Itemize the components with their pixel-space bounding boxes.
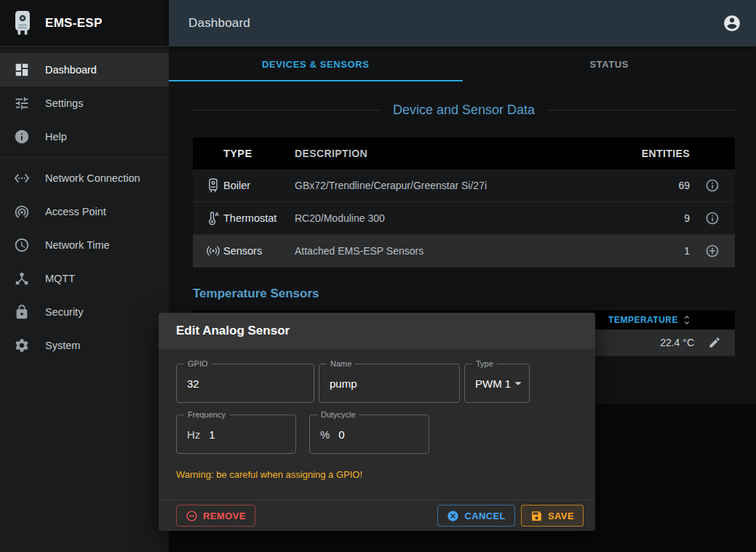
add-circle-icon[interactable] (705, 244, 720, 258)
sidebar-item-security[interactable]: Security (0, 295, 169, 329)
sidebar-nav: Dashboard Settings Help Network Connecti… (0, 47, 169, 362)
table-row-boiler[interactable]: Boiler GBx72/Trendline/Cerapur/Greenstar… (193, 169, 735, 202)
remove-circle-icon (186, 510, 198, 522)
header-entities: ENTITIES (632, 148, 690, 159)
type-select[interactable]: Type PWM 1 (464, 364, 530, 403)
sidebar: EMS-ESP Dashboard Settings Help Network … (0, 0, 169, 552)
tab-bar: DEVICES & SENSORS STATUS (169, 47, 756, 81)
header-temperature[interactable]: TEMPERATURE (608, 315, 678, 325)
boiler-logo-icon (10, 9, 35, 37)
ethernet-icon (14, 170, 30, 186)
type-select-label: Type (472, 359, 497, 368)
svg-text:A: A (215, 211, 219, 217)
tune-icon (14, 95, 30, 111)
info-circle-icon[interactable] (705, 211, 720, 225)
sort-icon[interactable] (681, 314, 693, 326)
app-bar: Dashboard (169, 0, 756, 47)
account-circle-icon[interactable] (723, 14, 741, 33)
table-row-sensors[interactable]: Sensors Attached EMS-ESP Sensors 1 (193, 235, 735, 268)
dutycycle-field[interactable]: Dutycycle % 0 (309, 415, 429, 454)
sidebar-item-access-point[interactable]: Access Point (0, 195, 169, 228)
frequency-field-value: 1 (209, 428, 215, 441)
chevron-down-icon (510, 375, 526, 391)
access-point-icon (14, 204, 30, 220)
tab-status[interactable]: STATUS (463, 47, 756, 81)
section-heading: Device and Sensor Data (193, 103, 735, 118)
frequency-field-label: Frequency (184, 410, 229, 419)
gpio-field-value: 32 (187, 377, 199, 390)
sidebar-item-dashboard[interactable]: Dashboard (0, 53, 169, 87)
dutycycle-unit-prefix: % (320, 428, 330, 441)
cancel-button[interactable]: CANCEL (437, 505, 515, 527)
temperature-sensors-heading: Temperature Sensors (193, 287, 735, 301)
temperature-value: 22.4 °C (660, 337, 694, 348)
dialog-actions: REMOVE CANCEL SAVE (159, 500, 595, 531)
save-floppy-icon (530, 510, 543, 522)
device-hub-icon (14, 271, 30, 287)
sidebar-item-help[interactable]: Help (0, 120, 169, 153)
name-field-label: Name (327, 359, 355, 368)
gear-icon (14, 337, 30, 353)
info-icon (14, 129, 30, 145)
type-select-value: PWM 1 (475, 377, 511, 390)
sidebar-item-mqtt[interactable]: MQTT (0, 262, 169, 295)
name-field-value: pump (330, 377, 357, 390)
sidebar-divider (0, 157, 169, 158)
dutycycle-field-value: 0 (338, 428, 344, 441)
thermostat-icon: A (205, 210, 223, 226)
sidebar-item-network-time[interactable]: Network Time (0, 228, 169, 262)
edit-pencil-icon[interactable] (708, 336, 721, 349)
tab-devices-sensors[interactable]: DEVICES & SENSORS (169, 47, 463, 81)
lock-icon (14, 304, 30, 320)
divider-line (548, 110, 735, 111)
sidebar-header: EMS-ESP (0, 0, 169, 47)
gpio-field-label: GPIO (184, 359, 212, 368)
frequency-field[interactable]: Frequency Hz 1 (176, 415, 296, 454)
name-field[interactable]: Name pump (319, 364, 460, 403)
dialog-body: GPIO 32 Name pump Type PWM 1 Frequency H… (159, 349, 595, 480)
save-button[interactable]: SAVE (521, 505, 584, 527)
tab-indicator (169, 80, 463, 81)
remove-button[interactable]: REMOVE (176, 505, 255, 527)
sidebar-item-system[interactable]: System (0, 329, 169, 362)
devices-table-header: TYPE DESCRIPTION ENTITIES (193, 137, 735, 169)
clock-icon (14, 237, 30, 253)
header-description: DESCRIPTION (295, 148, 632, 159)
sidebar-item-settings[interactable]: Settings (0, 87, 169, 120)
gpio-field[interactable]: GPIO 32 (176, 364, 314, 403)
dashboard-icon (14, 62, 30, 78)
divider-line (193, 110, 380, 111)
header-type: TYPE (223, 148, 295, 159)
section-heading-text: Device and Sensor Data (393, 103, 535, 118)
cancel-circle-icon (447, 510, 459, 522)
sidebar-item-network-connection[interactable]: Network Connection (0, 161, 169, 195)
page-title: Dashboard (188, 16, 723, 31)
devices-table: TYPE DESCRIPTION ENTITIES Boiler GBx72/T… (193, 137, 735, 268)
app-title: EMS-ESP (45, 16, 103, 31)
frequency-unit-prefix: Hz (187, 428, 200, 441)
dialog-title: Edit Analog Sensor (159, 313, 595, 349)
table-row-thermostat[interactable]: A Thermostat RC20/Moduline 300 9 (193, 202, 735, 235)
sensors-icon (205, 243, 223, 259)
info-circle-icon[interactable] (705, 178, 720, 193)
dutycycle-field-label: Dutycycle (317, 410, 359, 419)
edit-analog-sensor-dialog: Edit Analog Sensor GPIO 32 Name pump Typ… (159, 313, 595, 531)
boiler-icon (205, 177, 223, 193)
gpio-warning-text: Warning: be careful when assigning a GPI… (176, 469, 578, 480)
